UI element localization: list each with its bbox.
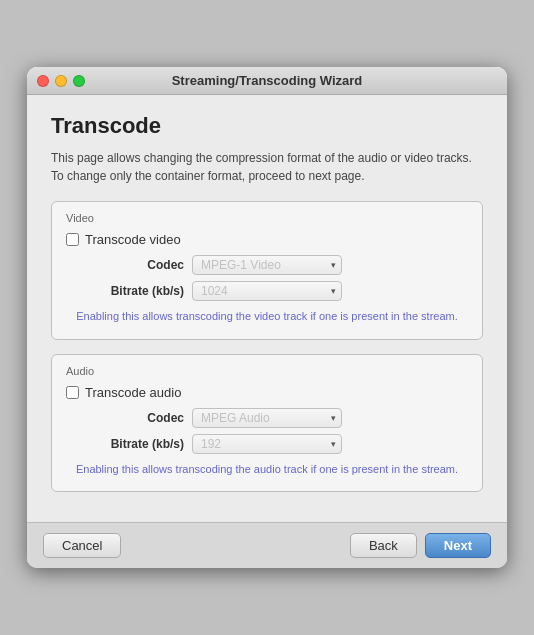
close-button[interactable] xyxy=(37,75,49,87)
video-bitrate-select[interactable]: 512 1024 2048 4096 xyxy=(192,281,342,301)
page-description: This page allows changing the compressio… xyxy=(51,149,483,185)
transcode-audio-row: Transcode audio xyxy=(66,385,468,400)
video-bitrate-row: Bitrate (kb/s) 512 1024 2048 4096 ▾ xyxy=(66,281,468,301)
video-codec-select[interactable]: MPEG-1 Video MPEG-2 Video MPEG-4 H.264 xyxy=(192,255,342,275)
transcode-audio-label[interactable]: Transcode audio xyxy=(85,385,181,400)
page-title: Transcode xyxy=(51,113,483,139)
transcode-video-checkbox[interactable] xyxy=(66,233,79,246)
next-button[interactable]: Next xyxy=(425,533,491,558)
maximize-button[interactable] xyxy=(73,75,85,87)
audio-section: Audio Transcode audio Codec MPEG Audio A… xyxy=(51,354,483,492)
video-codec-select-wrapper: MPEG-1 Video MPEG-2 Video MPEG-4 H.264 ▾ xyxy=(192,255,342,275)
video-codec-label: Codec xyxy=(84,258,184,272)
footer: Cancel Back Next xyxy=(27,522,507,568)
video-section: Video Transcode video Codec MPEG-1 Video… xyxy=(51,201,483,339)
video-bitrate-select-wrapper: 512 1024 2048 4096 ▾ xyxy=(192,281,342,301)
traffic-lights xyxy=(37,75,85,87)
main-window: Streaming/Transcoding Wizard Transcode T… xyxy=(27,67,507,568)
transcode-video-label[interactable]: Transcode video xyxy=(85,232,181,247)
titlebar: Streaming/Transcoding Wizard xyxy=(27,67,507,95)
content-area: Transcode This page allows changing the … xyxy=(27,95,507,522)
audio-section-label: Audio xyxy=(66,365,468,377)
audio-codec-row: Codec MPEG Audio AAC Vorbis FLAC ▾ xyxy=(66,408,468,428)
cancel-button[interactable]: Cancel xyxy=(43,533,121,558)
audio-bitrate-row: Bitrate (kb/s) 64 128 192 256 ▾ xyxy=(66,434,468,454)
audio-hint: Enabling this allows transcoding the aud… xyxy=(66,462,468,477)
transcode-video-row: Transcode video xyxy=(66,232,468,247)
minimize-button[interactable] xyxy=(55,75,67,87)
audio-bitrate-select[interactable]: 64 128 192 256 xyxy=(192,434,342,454)
footer-right-buttons: Back Next xyxy=(350,533,491,558)
video-codec-row: Codec MPEG-1 Video MPEG-2 Video MPEG-4 H… xyxy=(66,255,468,275)
audio-codec-select-wrapper: MPEG Audio AAC Vorbis FLAC ▾ xyxy=(192,408,342,428)
audio-bitrate-label: Bitrate (kb/s) xyxy=(84,437,184,451)
video-section-label: Video xyxy=(66,212,468,224)
back-button[interactable]: Back xyxy=(350,533,417,558)
audio-codec-select[interactable]: MPEG Audio AAC Vorbis FLAC xyxy=(192,408,342,428)
window-title: Streaming/Transcoding Wizard xyxy=(172,73,363,88)
video-bitrate-label: Bitrate (kb/s) xyxy=(84,284,184,298)
video-hint: Enabling this allows transcoding the vid… xyxy=(66,309,468,324)
transcode-audio-checkbox[interactable] xyxy=(66,386,79,399)
audio-codec-label: Codec xyxy=(84,411,184,425)
audio-bitrate-select-wrapper: 64 128 192 256 ▾ xyxy=(192,434,342,454)
